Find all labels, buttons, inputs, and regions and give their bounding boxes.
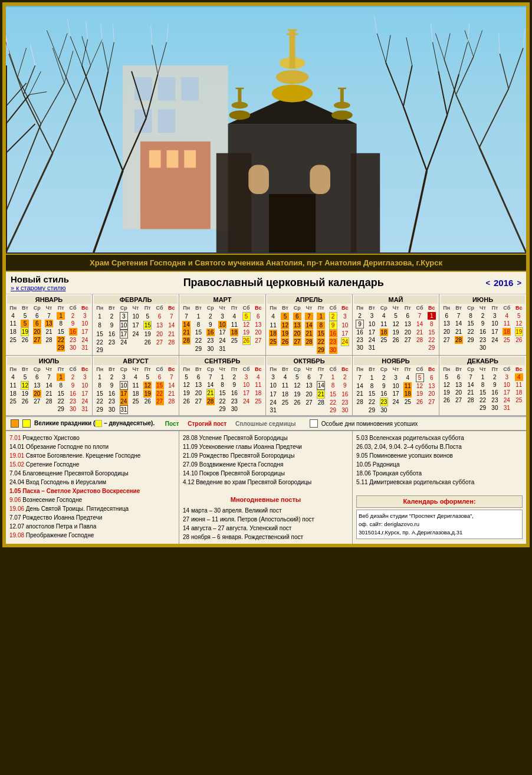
list-item: 10.05 Радоница <box>356 460 523 469</box>
svg-rect-9 <box>167 150 179 168</box>
month-name-december: ДЕКАБРЬ <box>441 357 525 365</box>
month-january: ЯНВАРЬ ПнВтСрЧтПтСбВс 4 5 6 7 1 2 3 1156… <box>6 294 93 356</box>
svg-rect-28 <box>338 88 346 89</box>
month-september: СЕНТЯБРЬ ПнВтСрЧтПтСбВс 5671234 12131489… <box>179 356 266 416</box>
list-item: 7.01 Рождество Христово <box>9 434 175 442</box>
card-text: Веб дизайн студии "Проспект Дериглазова"… <box>356 510 523 539</box>
month-name-january: ЯНВАРЬ <box>7 295 91 304</box>
svg-rect-12 <box>216 153 251 252</box>
list-item: 19.06 День Святой Троицы. Пятидесятница <box>9 504 175 513</box>
list-item: 14 августа – 27 августа. Успенский пост <box>183 524 349 533</box>
month-name-october: ОКТЯБРЬ <box>267 357 351 365</box>
month-october: ОКТЯБРЬ ПнВтСрЧтПтСбВс 3456712 101112131… <box>266 356 353 416</box>
list-item: 14.01 Обрезание Господне по плоти <box>9 442 175 451</box>
svg-rect-18 <box>290 31 295 68</box>
list-item: 14.10 Покров Пресвятой Богородицы <box>183 469 349 478</box>
calendar-title: Православный церковный календарь <box>81 277 485 289</box>
header-row: Новый стиль » к старому стилю Православн… <box>6 271 526 294</box>
list-item: 15.02 Сретение Господне <box>9 460 175 469</box>
month-name-november: НОЯБРЬ <box>354 357 438 365</box>
fasting-title: Многодневные посты <box>183 495 349 504</box>
old-style-link[interactable]: » к старому стилю <box>11 284 81 291</box>
list-item: 5.03 Вселенская родительская суббота <box>356 434 523 442</box>
month-march: МАРТ ПнВтСрЧтПтСбВс 7123456 148910111213… <box>179 294 266 356</box>
svg-rect-20 <box>287 33 298 35</box>
month-name-june: ИЮНЬ <box>441 295 525 304</box>
table-row: 6 <box>31 312 43 320</box>
table-row: 3 <box>79 312 91 320</box>
svg-rect-13 <box>351 153 380 252</box>
table-row: 2 <box>67 312 78 320</box>
style-selector: Новый стиль » к старому стилю <box>11 274 81 291</box>
svg-point-15 <box>272 85 313 103</box>
svg-rect-30 <box>310 165 330 194</box>
list-item: 9.06 Вознесение Господне <box>9 495 175 504</box>
table-row: 7 <box>43 312 55 320</box>
month-name-february: ФЕВРАЛЬ <box>94 295 178 304</box>
month-name-august: АВГУСТ <box>94 357 178 365</box>
caption-text: Храм Сретения Господня и Святого мученик… <box>90 258 442 267</box>
list-item: 28 ноября – 6 января. Рождественский пос… <box>183 533 349 541</box>
month-april: АПРЕЛЬ ПнВтСрЧтПтСбВс 4567123 1112131489… <box>266 294 353 356</box>
legend-memorial-icon <box>310 419 318 428</box>
svg-rect-19 <box>288 29 297 31</box>
legend-continuous-label: Сплошные седмицы <box>235 421 296 427</box>
svg-rect-6 <box>158 109 176 133</box>
svg-point-25 <box>331 110 353 120</box>
calendar-grid: ЯНВАРЬ ПнВтСрЧтПтСбВс 4 5 6 7 1 2 3 1156… <box>6 294 526 416</box>
holidays-column-2: 28.08 Успение Пресвятой Богородицы 11.09… <box>179 431 353 544</box>
svg-rect-5 <box>134 109 152 133</box>
month-name-september: СЕНТЯБРЬ <box>180 357 264 365</box>
list-item: 19.01 Святое Богоявление. Крещение Госпо… <box>9 451 175 460</box>
list-item: 28.08 Успение Пресвятой Богородицы <box>183 434 349 442</box>
svg-rect-10 <box>184 150 196 168</box>
list-item: 27 июня – 11 июля. Петров (Апостольский)… <box>183 515 349 524</box>
month-name-march: МАРТ <box>180 295 264 304</box>
list-item: 5.11 Димитриевская родительская суббота <box>356 478 523 487</box>
svg-rect-8 <box>149 150 161 168</box>
month-february: ФЕВРАЛЬ ПнВтСрЧтПтСбВс 12310567 89101715… <box>93 294 179 356</box>
svg-rect-27 <box>340 89 344 108</box>
list-item: 14 марта – 30 апреля. Великий пост <box>183 506 349 515</box>
legend-strict-label: Строгий пост <box>188 421 226 427</box>
list-item: 18.06 Троицкая суббота <box>356 469 523 478</box>
new-style-label: Новый стиль <box>11 274 81 284</box>
month-november: НОЯБРЬ ПнВтСрЧтПтСбВс 7123456 1489101112… <box>353 356 439 416</box>
holidays-column-3: 5.03 Вселенская родительская суббота 26.… <box>353 431 526 544</box>
svg-rect-3 <box>158 77 176 101</box>
svg-rect-29 <box>248 165 269 194</box>
legend-memorial-label: Особые дни поминовения усопших <box>321 421 418 427</box>
table-row: 1 <box>55 312 67 320</box>
month-june: ИЮНЬ ПнВтСрЧтПтСбВс 6782345 131415910111… <box>439 294 526 356</box>
month-name-july: ИЮЛЬ <box>7 357 91 365</box>
month-december: ДЕКАБРЬ ПнВтСрЧтПтСбВс 5671234 121314891… <box>439 356 526 416</box>
bottom-section: 7.01 Рождество Христово 14.01 Обрезание … <box>6 431 526 544</box>
list-item: 21.09 Рождество Пресвятой Богородицы <box>183 451 349 460</box>
month-may: МАЙ ПнВтСрЧтПтСбВс 2345671 910111213148 … <box>353 294 439 356</box>
table-row: 4 <box>7 312 19 320</box>
year-prev-button[interactable]: < <box>485 278 490 287</box>
legend-great-icon <box>11 419 19 428</box>
year-display: 2016 <box>494 278 513 288</box>
outer-frame: Храм Сретения Господня и Святого мученик… <box>2 2 530 547</box>
month-july: ИЮЛЬ ПнВтСрЧтПтСбВс 4567123 111213148910… <box>6 356 93 416</box>
table-row: 5 <box>19 312 31 320</box>
holidays-column-1: 7.01 Рождество Христово 14.01 Обрезание … <box>6 431 179 544</box>
svg-point-16 <box>276 70 308 84</box>
month-name-may: МАЙ <box>354 295 438 304</box>
legend-row: Великие праздники ( – двунадесятые). Пос… <box>6 416 526 431</box>
legend-twelve-icon <box>22 419 31 428</box>
photo-caption: Храм Сретения Господня и Святого мученик… <box>6 254 526 271</box>
list-item: 27.09 Воздвижение Креста Господня <box>183 460 349 469</box>
list-item: 12.07 апостолов Петра и Павла <box>9 522 175 531</box>
svg-point-21 <box>229 110 251 120</box>
photo-section <box>6 6 526 254</box>
legend-fast-label: Пост <box>165 421 179 427</box>
year-next-button[interactable]: > <box>517 278 521 287</box>
month-august: АВГУСТ ПнВтСрЧтПтСбВс 1234567 8910111215… <box>93 356 179 416</box>
month-name-april: АПРЕЛЬ <box>267 295 351 304</box>
list-item: 11.09 Усекновение главы Иоанна Предтечи <box>183 442 349 451</box>
list-item: 24.04 Вход Господень в Иерусалим <box>9 478 175 487</box>
list-item: 7.04 Благовещение Пресвятой Богородицы <box>9 469 175 478</box>
list-item: 1.05 Пасха – Светлое Христово Воскресени… <box>9 487 175 495</box>
